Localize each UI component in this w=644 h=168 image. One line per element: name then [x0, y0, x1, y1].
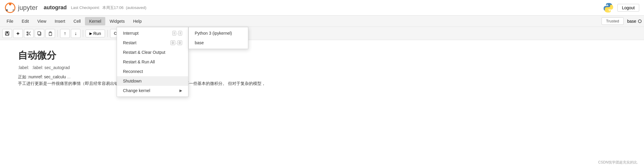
paste-icon: [48, 31, 53, 36]
menu-change-kernel[interactable]: Change kernel ▶: [117, 86, 188, 95]
svg-point-2: [13, 9, 14, 11]
menu-restart[interactable]: Restart 0,0: [117, 38, 188, 48]
kernel-submenu: Python 3 (ipykernel) base: [188, 27, 248, 49]
menu-kernel[interactable]: Kernel: [85, 17, 105, 25]
app-name-label: jupyter: [18, 4, 38, 12]
run-button[interactable]: ▶ Run: [86, 30, 105, 37]
copy-icon: [37, 31, 42, 36]
svg-rect-12: [38, 32, 40, 35]
menu-interrupt[interactable]: Interrupt I,I: [117, 28, 188, 38]
separator-1: [57, 30, 58, 37]
menu-cell[interactable]: Cell: [69, 17, 85, 25]
menu-file[interactable]: File: [2, 17, 18, 25]
scissors-icon: [26, 31, 31, 36]
interrupt-shortcut: I,I: [172, 31, 182, 36]
toolbar: + ↑ ↓ ▶ Run Code: [0, 27, 644, 40]
svg-point-4: [607, 4, 608, 5]
svg-point-1: [9, 3, 11, 5]
jupyter-icon: [5, 2, 16, 13]
kernel-option-python3[interactable]: Python 3 (ipykernel): [189, 28, 248, 38]
desc-text-2: 手工进行更新是一件很痛苦的事情（即且经常容易出错 骤。虽然求导的计算很简单，只需…: [18, 80, 626, 87]
jupyter-logo: jupyter: [5, 2, 38, 13]
save-button[interactable]: [2, 29, 12, 38]
menu-view[interactable]: View: [33, 17, 51, 25]
header-right: Logout: [603, 2, 639, 13]
save-icon: [5, 31, 10, 36]
menu-shutdown[interactable]: Shutdown: [117, 76, 188, 86]
kernel-name-display: base: [627, 19, 642, 24]
svg-point-5: [609, 10, 610, 11]
label-line: :label: :label: sec_autograd: [18, 65, 626, 70]
plus-icon: +: [16, 31, 20, 36]
svg-point-3: [6, 9, 8, 11]
kernel-status-indicator: [638, 19, 642, 23]
restart-shortcut: 0,0: [170, 40, 182, 45]
arrow-down-icon: ↓: [74, 31, 77, 36]
notebook-name: autograd: [44, 4, 67, 11]
menu-reconnect[interactable]: Reconnect: [117, 67, 188, 76]
submenu-arrow-icon: ▶: [179, 88, 182, 93]
paste-button[interactable]: [45, 29, 55, 38]
move-up-button[interactable]: ↑: [60, 29, 70, 38]
menubar: File Edit View Insert Cell Kernel Widget…: [0, 16, 644, 27]
cell-content: 自动微分 :label: :label: sec_autograd 正如 :nu…: [18, 46, 626, 90]
checkpoint-info: Last Checkpoint: 本周五17:06 (autosaved): [71, 5, 146, 10]
notebook-heading: 自动微分: [18, 49, 626, 62]
cut-button[interactable]: [24, 29, 34, 38]
run-icon: ▶: [89, 31, 92, 36]
kernel-name-label: base: [627, 19, 636, 24]
kernel-option-base[interactable]: base: [189, 38, 248, 48]
menu-edit[interactable]: Edit: [18, 17, 33, 25]
menu-restart-clear[interactable]: Restart & Clear Output: [117, 48, 188, 57]
add-cell-button[interactable]: +: [13, 29, 23, 38]
menu-insert[interactable]: Insert: [51, 17, 69, 25]
svg-rect-7: [6, 32, 8, 33]
menu-restart-run[interactable]: Restart & Run All: [117, 57, 188, 67]
logout-button[interactable]: Logout: [617, 4, 639, 12]
separator-3: [107, 30, 108, 37]
separator-2: [83, 30, 83, 37]
menu-widgets[interactable]: Widgets: [105, 17, 129, 25]
label-value: :label: sec_autograd: [32, 65, 70, 70]
python-logo-icon: [603, 2, 614, 13]
desc-text: 正如 :numref: sec_calculu ...: [18, 74, 626, 80]
svg-rect-13: [49, 32, 52, 36]
move-down-button[interactable]: ↓: [71, 29, 80, 38]
run-label: Run: [93, 31, 101, 36]
menu-help[interactable]: Help: [129, 17, 146, 25]
header: jupyter autograd Last Checkpoint: 本周五17:…: [0, 0, 644, 16]
arrow-up-icon: ↑: [64, 31, 66, 36]
copy-button[interactable]: [35, 29, 44, 38]
watermark: CSDN悦学团超充实的比.: [598, 160, 638, 165]
main-content: 自动微分 :label: :label: sec_autograd 正如 :nu…: [0, 40, 644, 168]
kernel-dropdown-menu: Interrupt I,I Restart 0,0 Restart & Clea…: [117, 27, 188, 97]
trusted-badge[interactable]: Trusted: [602, 17, 624, 25]
